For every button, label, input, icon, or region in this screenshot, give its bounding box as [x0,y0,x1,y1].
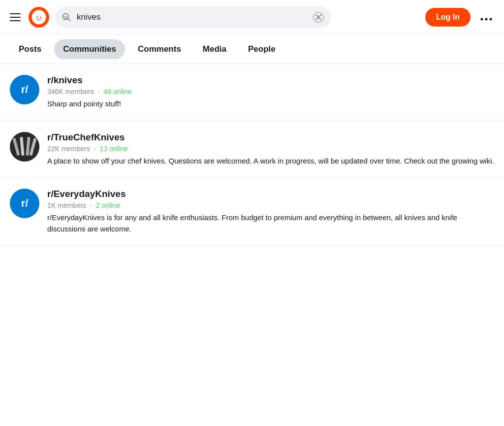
search-tabs: Posts Communities Comments Media People [0,34,504,64]
community-info: r/knives 346K members · 48 online Sharp … [47,75,494,110]
ellipsis-icon [480,18,492,21]
avatar [10,132,39,162]
tab-communities[interactable]: Communities [54,39,125,59]
avatar: r/ [10,189,39,218]
community-info: r/EverydayKnives 1K members · 2 online r… [47,189,494,234]
list-item[interactable]: r/ r/EverydayKnives 1K members · 2 onlin… [0,178,504,246]
member-count: 22K members [47,145,90,153]
list-item[interactable]: r/ r/knives 346K members · 48 online Sha… [0,64,504,121]
separator: · [90,201,92,209]
separator: · [98,88,100,96]
knife-blades-icon [10,132,39,162]
online-count: 48 online [104,88,132,96]
hamburger-line-3 [10,20,21,21]
search-input[interactable]: knives [55,6,331,28]
reddit-logo-circle [29,7,49,28]
online-count: 2 online [96,201,120,209]
hamburger-line-2 [10,17,21,18]
more-options-button[interactable] [476,9,496,26]
community-meta: 22K members · 13 online [47,145,494,153]
community-meta: 1K members · 2 online [47,201,494,209]
community-description: r/EverydayKnives is for any and all knif… [47,212,494,234]
separator: · [94,145,96,153]
member-count: 1K members [47,201,86,209]
community-name: r/EverydayKnives [47,189,494,199]
svg-point-5 [40,16,41,18]
snoo-icon [31,9,47,25]
hamburger-line-1 [10,13,21,14]
search-clear-button[interactable] [313,12,324,23]
community-info: r/TrueChefKnives 22K members · 13 online… [47,132,494,167]
community-description: A place to show off your chef knives. Qu… [47,156,494,167]
tab-posts[interactable]: Posts [10,39,50,59]
community-results: r/ r/knives 346K members · 48 online Sha… [0,64,504,246]
search-bar: ⚬ knives [55,6,331,28]
avatar: r/ [10,75,39,104]
list-item[interactable]: r/TrueChefKnives 22K members · 13 online… [0,121,504,178]
member-count: 346K members [47,88,94,96]
online-count: 13 online [100,145,128,153]
community-description: Sharp and pointy stuff! [47,98,494,110]
clear-x-icon [315,14,321,20]
svg-rect-15 [10,132,39,162]
tab-comments[interactable]: Comments [129,39,190,59]
svg-point-4 [36,16,38,18]
community-name: r/TrueChefKnives [47,132,494,143]
svg-point-14 [490,18,492,20]
community-name: r/knives [47,75,494,86]
tab-media[interactable]: Media [194,39,235,59]
tab-people[interactable]: People [239,39,284,59]
svg-point-3 [41,13,44,17]
login-button[interactable]: Log In [425,8,471,27]
community-meta: 346K members · 48 online [47,88,494,96]
header: ⚬ knives Log In [0,0,504,34]
svg-point-7 [38,9,39,11]
logo[interactable] [29,7,49,28]
hamburger-button[interactable] [8,11,23,23]
svg-point-2 [34,13,37,17]
svg-point-12 [481,18,483,20]
svg-point-13 [485,18,488,20]
